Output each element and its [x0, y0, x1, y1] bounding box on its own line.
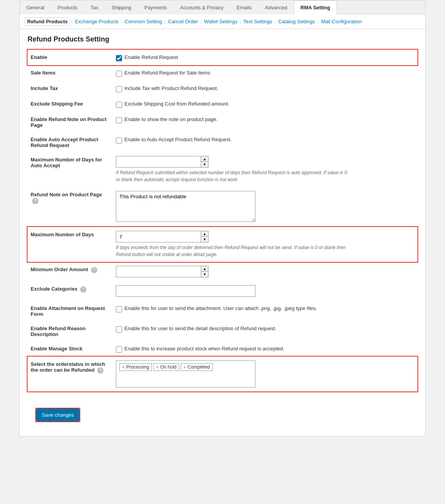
enable-attachment-checkbox-row: Enable this for user to send the attachm…	[116, 305, 414, 312]
enable-checkbox-label[interactable]: Enable Refund Request	[124, 54, 178, 60]
subnav-text-settings[interactable]: Text Settings	[242, 18, 274, 25]
tab-tax[interactable]: Tax	[84, 0, 105, 14]
tag-on-hold-label: On hold	[160, 364, 176, 370]
sale-items-label: Sale Items	[28, 65, 113, 81]
auto-accept-checkbox-label[interactable]: Enable to Auto Accept Product Refund Req…	[124, 137, 232, 142]
exclude-shipping-row: Exclude Shipping Fee Exclude Shipping Co…	[28, 96, 417, 112]
refund-note-page-row: Enable Refund Note on Product Page Enabl…	[28, 112, 417, 132]
order-status-row: Select the orderstatus in which the orde…	[28, 357, 417, 391]
subnav-wallet-settings[interactable]: Wallet Settings	[202, 18, 239, 25]
order-status-tags[interactable]: × Processing × On hold × Completed	[116, 360, 255, 388]
manage-stock-input-cell: Enable this to increase product stock wh…	[113, 341, 417, 357]
subnav-common-setting[interactable]: Common Setting	[123, 18, 164, 25]
order-status-help-icon[interactable]: ?	[97, 367, 103, 374]
include-tax-checkbox-label[interactable]: Include Tax with Product Refund Request.	[124, 85, 218, 91]
include-tax-checkbox[interactable]	[116, 86, 122, 92]
max-days-auto-spinners: ▲ ▼	[201, 156, 209, 168]
exclude-shipping-checkbox-row: Exclude Shipping Cost from Refunded amou…	[116, 101, 414, 108]
refund-note-page-checkbox-row: Enable to show the note on product page.	[116, 116, 414, 123]
manage-stock-checkbox-row: Enable this to increase product stock wh…	[116, 346, 414, 353]
save-button-area: Save changes	[20, 398, 425, 436]
tab-advanced[interactable]: Advanced	[258, 0, 294, 14]
subnav-refund-products[interactable]: Refund Products	[24, 17, 71, 26]
manage-stock-checkbox[interactable]	[116, 346, 122, 353]
min-order-up[interactable]: ▲	[201, 266, 208, 272]
sub-nav: Refund Products | Exchange Products | Co…	[20, 14, 425, 29]
max-days-auto-help: If Refund Request submitted within selec…	[116, 169, 348, 183]
enable-attachment-checkbox-label[interactable]: Enable this for user to send the attachm…	[124, 305, 317, 311]
include-tax-label: Include Tax	[28, 81, 113, 96]
exclude-categories-input[interactable]	[116, 285, 255, 297]
exclude-shipping-checkbox-label[interactable]: Exclude Shipping Cost from Refunded amou…	[124, 101, 229, 107]
exclude-shipping-checkbox[interactable]	[116, 102, 122, 108]
max-days-help: If days exceeds from the day of order de…	[116, 244, 348, 258]
tab-products[interactable]: Products	[51, 0, 84, 14]
include-tax-row: Include Tax Include Tax with Product Ref…	[28, 81, 417, 96]
enable-checkbox-row: Enable Refund Request	[116, 54, 414, 61]
max-days-up[interactable]: ▲	[201, 231, 208, 237]
refund-reason-checkbox-label[interactable]: Enable this for user to send the detail …	[124, 326, 276, 331]
sale-items-checkbox[interactable]	[116, 71, 122, 77]
manage-stock-checkbox-label[interactable]: Enable this to increase product stock wh…	[124, 346, 285, 352]
auto-accept-checkbox[interactable]	[116, 137, 122, 144]
min-order-help-icon[interactable]: ?	[91, 267, 97, 273]
exclude-categories-help-icon[interactable]: ?	[80, 286, 86, 293]
order-status-label: Select the orderstatus in which the orde…	[28, 357, 113, 391]
exclude-shipping-label: Exclude Shipping Fee	[28, 96, 113, 112]
max-days-down[interactable]: ▼	[201, 237, 208, 242]
tag-on-hold-remove[interactable]: ×	[156, 365, 159, 369]
content-area: Refund Products Setting Enable Enable Re…	[20, 29, 425, 398]
max-days-auto-down[interactable]: ▼	[201, 162, 208, 167]
subnav-cancel-order[interactable]: Cancel Order	[166, 18, 199, 25]
min-order-input-wrap: ▲ ▼	[116, 266, 414, 277]
min-order-input-cell: ▲ ▼	[113, 262, 417, 281]
enable-attachment-checkbox[interactable]	[116, 306, 122, 312]
min-order-input[interactable]	[116, 266, 201, 277]
order-status-input-cell: × Processing × On hold × Completed	[113, 357, 417, 391]
manage-stock-row: Enable Manage Stock Enable this to incre…	[28, 341, 417, 357]
tag-processing-label: Processing	[126, 364, 149, 370]
save-button[interactable]: Save changes	[36, 409, 79, 421]
min-order-down[interactable]: ▼	[201, 272, 208, 277]
refund-note-content-help-icon[interactable]: ?	[32, 198, 38, 204]
min-order-spinners: ▲ ▼	[201, 266, 209, 277]
sale-items-checkbox-label[interactable]: Enable Refund Request for Sale Items	[124, 70, 210, 76]
max-days-input[interactable]	[116, 231, 201, 242]
refund-note-page-checkbox-label[interactable]: Enable to show the note on product page.	[124, 116, 218, 122]
refund-note-page-checkbox[interactable]	[116, 117, 122, 123]
enable-attachment-input-cell: Enable this for user to send the attachm…	[113, 301, 417, 321]
refund-note-textarea[interactable]	[116, 191, 255, 222]
enable-checkbox[interactable]	[116, 55, 122, 61]
min-order-label: Minimum Order Amount ?	[28, 262, 113, 281]
max-days-label: Maximum Number of Days	[28, 227, 113, 262]
page-title: Refund Products Setting	[28, 35, 417, 43]
max-days-auto-row: Maximum Number of Days for Auto Accept ▲…	[28, 152, 417, 187]
tab-shipping[interactable]: Shipping	[105, 0, 138, 14]
max-days-auto-input[interactable]	[116, 156, 201, 168]
refund-reason-row: Enable Refund Reason Description Enable …	[28, 321, 417, 341]
tag-processing-remove[interactable]: ×	[122, 365, 124, 369]
refund-reason-checkbox-row: Enable this for user to send the detail …	[116, 326, 414, 333]
subnav-catalog-settings[interactable]: Catalog Settings	[277, 18, 317, 25]
sale-items-checkbox-row: Enable Refund Request for Sale Items	[116, 70, 414, 77]
tab-payments[interactable]: Payments	[138, 0, 173, 14]
max-days-auto-label: Maximum Number of Days for Auto Accept	[28, 152, 113, 187]
auto-accept-checkbox-row: Enable to Auto Accept Product Refund Req…	[116, 137, 414, 144]
exclude-shipping-input-cell: Exclude Shipping Cost from Refunded amou…	[113, 96, 417, 112]
subnav-mail-configuration[interactable]: Mail Configuration	[319, 18, 363, 25]
refund-reason-checkbox[interactable]	[116, 326, 122, 333]
settings-table: Enable Enable Refund Request Sale Items …	[28, 50, 417, 391]
enable-label: Enable	[28, 50, 113, 65]
tab-rma-setting[interactable]: RMA Setting	[294, 0, 337, 14]
subnav-exchange-products[interactable]: Exchange Products	[73, 18, 120, 25]
max-days-auto-up[interactable]: ▲	[201, 156, 208, 162]
page-wrapper: General Products Tax Shipping Payments A…	[19, 0, 426, 436]
min-order-row: Minimum Order Amount ? ▲ ▼	[28, 262, 417, 281]
tab-accounts-privacy[interactable]: Accounts & Privacy	[173, 0, 230, 14]
auto-accept-row: Enable Auto Accept Product Refund Reques…	[28, 132, 417, 152]
save-button-wrap: Save changes	[35, 408, 80, 422]
tab-emails[interactable]: Emails	[230, 0, 258, 14]
tag-completed-remove[interactable]: ×	[183, 365, 186, 369]
refund-note-page-input-cell: Enable to show the note on product page.	[113, 112, 417, 132]
tab-general[interactable]: General	[20, 0, 51, 14]
